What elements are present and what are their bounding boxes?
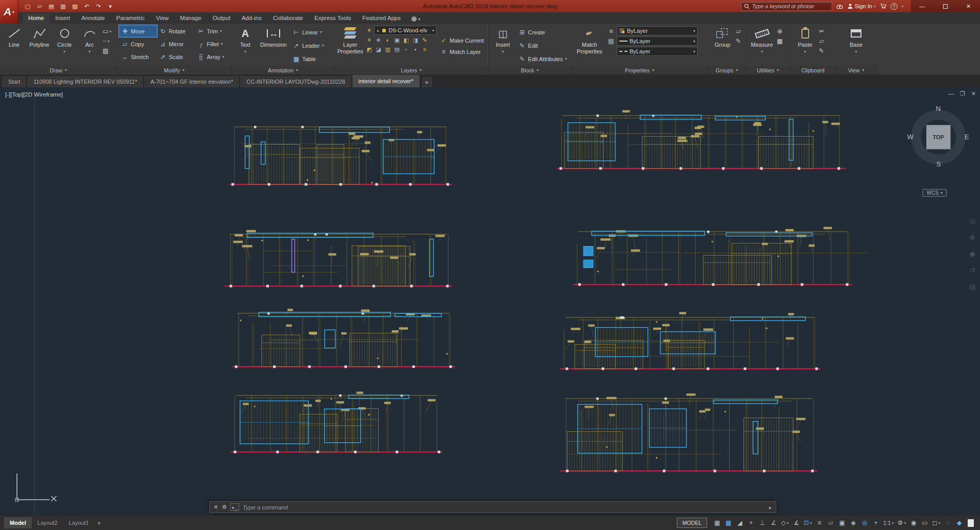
viewcube-south[interactable]: S — [936, 160, 941, 168]
view-cube[interactable]: N E S W TOP — [907, 106, 970, 168]
layer-dropdown[interactable]: ◐ D9-C-Wood-elv ▾ — [374, 26, 437, 35]
line-button[interactable]: Line — [2, 25, 26, 66]
quick-calc-icon[interactable]: ▦ — [777, 37, 782, 45]
ribbon-display-toggle[interactable]: ▾ — [411, 16, 420, 24]
pan-icon[interactable]: ⊕ — [969, 233, 975, 241]
file-tab[interactable]: CC-INTERIOR LAYOUTDwg-20110228 — [240, 76, 351, 87]
viewcube-east[interactable]: E — [965, 133, 969, 141]
doc-minimize-button[interactable]: — — [948, 90, 954, 97]
layer-state-icon[interactable]: ☀ — [365, 26, 374, 34]
tab-insert[interactable]: Insert — [50, 13, 76, 24]
command-close-icon[interactable]: ✕ — [213, 504, 218, 510]
lineweight-icon[interactable]: ≡ — [814, 517, 825, 528]
layer-tool-icon[interactable]: ◨ — [411, 36, 420, 44]
text-button[interactable]: A Text ▾ — [234, 25, 257, 66]
elevation-drawing[interactable] — [231, 391, 442, 453]
new-drawing-tab-button[interactable]: + — [422, 77, 432, 87]
rotate-button[interactable]: ↻Rotate — [157, 25, 195, 37]
help-icon[interactable]: ? — [891, 3, 897, 10]
3d-object-snap-icon[interactable]: ◈ — [848, 517, 859, 528]
app-store-cart-icon[interactable] — [880, 3, 887, 9]
layer-tool-icon[interactable]: ✎ — [420, 36, 429, 44]
layer-tool-icon[interactable]: ▪ — [411, 45, 420, 53]
layer-tool-icon[interactable]: ◧ — [402, 36, 410, 44]
properties-list-icon[interactable]: ≡ — [609, 27, 613, 35]
panel-label-view[interactable]: View▾ — [836, 66, 876, 74]
minimize-button[interactable]: — — [911, 0, 934, 12]
command-input[interactable] — [243, 504, 764, 510]
make-current-button[interactable]: ✓Make Current — [438, 36, 486, 45]
stretch-button[interactable]: ↔Stretch — [119, 51, 157, 63]
ortho-mode-icon[interactable]: ⊥ — [757, 517, 768, 528]
table-button[interactable]: ▦Table — [290, 53, 326, 65]
viewcube-top-face[interactable]: TOP — [926, 125, 951, 149]
save-icon[interactable]: ▤ — [46, 2, 56, 11]
elevation-drawing[interactable] — [557, 110, 846, 170]
viewcube-north[interactable]: N — [936, 105, 940, 112]
copy-clip-icon[interactable]: ▱ — [819, 37, 824, 45]
tab-view[interactable]: View — [150, 13, 174, 24]
leader-button[interactable]: ↗Leader▾ — [290, 40, 326, 51]
match-properties-button[interactable]: ✒ Match Properties — [574, 25, 605, 66]
layer-tool-icon[interactable]: ☀ — [365, 36, 374, 44]
file-tab-start[interactable]: Start — [2, 76, 27, 87]
tab-collaborate[interactable]: Collaborate — [267, 13, 309, 24]
layer-tool-icon[interactable]: ▥ — [383, 45, 392, 53]
snap-mode-icon[interactable]: ▩ — [723, 517, 734, 528]
selection-cycling-icon[interactable]: ▣ — [837, 517, 848, 528]
command-customize-icon[interactable]: ⚙ — [222, 504, 227, 510]
edit-attributes-button[interactable]: ✎Edit Attributes▾ — [516, 53, 569, 65]
isolate-objects-icon[interactable]: ◌ — [943, 517, 953, 528]
close-button[interactable]: ✕ — [957, 0, 980, 12]
command-history-icon[interactable]: ▲ — [768, 505, 772, 510]
measure-button[interactable]: Measure ▾ — [748, 25, 776, 66]
id-point-icon[interactable]: ⊕ — [777, 27, 782, 35]
tab-express-tools[interactable]: Express Tools — [309, 13, 357, 24]
tab-annotate[interactable]: Annotate — [75, 13, 110, 24]
copy-button[interactable]: ▱Copy — [119, 38, 157, 50]
base-button[interactable]: Base ▾ — [843, 25, 870, 66]
tab-home[interactable]: Home — [23, 13, 50, 24]
arc-button[interactable]: Arc ▾ — [77, 25, 102, 66]
fillet-button[interactable]: ╭Fillet▾ — [195, 38, 231, 50]
autoscale-icon[interactable]: + — [871, 517, 881, 528]
linet-dropdown[interactable]: ByLayer▾ — [617, 47, 698, 56]
tab-featured-apps[interactable]: Featured Apps — [357, 13, 406, 24]
file-tab[interactable]: 110908 Lighting INTERIOR REV 050911* — [27, 76, 144, 87]
quick-properties-icon[interactable]: ▭ — [919, 517, 930, 528]
chevron-down-icon[interactable]: ▾ — [901, 4, 904, 9]
mirror-button[interactable]: ⊿Mirror — [157, 38, 195, 50]
polyline-button[interactable]: Polyline — [27, 25, 51, 66]
undo-icon[interactable]: ↶ — [82, 2, 92, 11]
linear-button[interactable]: ⊢Linear▾ — [290, 26, 326, 38]
elevation-drawing[interactable] — [229, 126, 452, 186]
ellipse-tool-icon[interactable]: ○▾ — [103, 37, 111, 45]
annotation-scale-icon[interactable]: 1:1▾ — [882, 517, 896, 528]
layer-tool-icon[interactable]: ◪ — [374, 45, 383, 53]
panel-label-utilities[interactable]: Utilities▾ — [746, 66, 790, 74]
panel-label-properties[interactable]: Properties▾ — [572, 66, 708, 74]
search-input[interactable] — [752, 3, 829, 9]
new-layout-button[interactable]: + — [94, 518, 104, 527]
new-file-icon[interactable]: ▢ — [23, 2, 33, 11]
panel-label-clipboard[interactable]: Clipboard — [790, 66, 836, 74]
rectangle-tool-icon[interactable]: ▭▾ — [103, 27, 111, 35]
transparency-icon[interactable]: ▱ — [826, 517, 836, 528]
doc-restore-button[interactable]: ❐ — [960, 90, 965, 97]
file-tab[interactable]: A-701~704 GF Interior elevation* — [144, 76, 240, 87]
graphics-performance-icon[interactable]: ◆ — [954, 517, 965, 528]
show-motion-icon[interactable]: ▤ — [969, 282, 975, 291]
layer-tool-icon[interactable]: ❄ — [374, 36, 383, 44]
save-as-icon[interactable]: ▥ — [58, 2, 68, 11]
zoom-icon[interactable]: ◉ — [969, 250, 975, 258]
panel-label-modify[interactable]: Modify▾ — [117, 66, 231, 74]
circle-button[interactable]: Circle ▾ — [52, 25, 76, 66]
insert-button[interactable]: ◫ Insert ▾ — [491, 25, 515, 66]
elevation-drawing[interactable] — [225, 230, 452, 288]
paste-button[interactable]: Paste ▾ — [792, 25, 818, 66]
dynamic-input-icon[interactable]: + — [746, 517, 756, 528]
tab-add-ins[interactable]: Add-ins — [236, 13, 267, 24]
model-tab[interactable]: Model — [4, 517, 32, 528]
viewcube-west[interactable]: W — [907, 133, 913, 141]
match-props-small-icon[interactable]: ✎ — [819, 47, 824, 55]
